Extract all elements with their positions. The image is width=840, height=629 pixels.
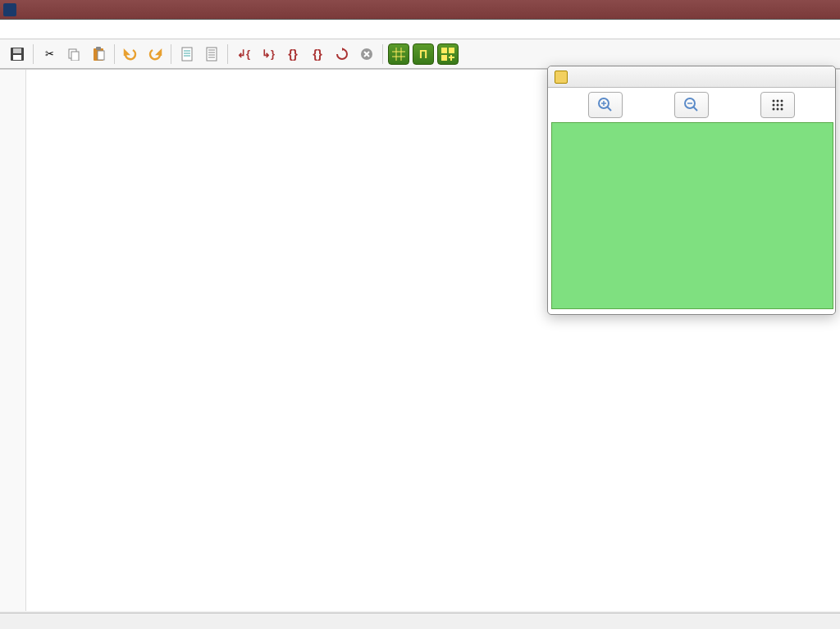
- svg-rect-1: [13, 48, 21, 53]
- zoom-in-icon: [597, 97, 614, 113]
- svg-rect-7: [98, 51, 104, 60]
- drawer-titlebar[interactable]: [548, 66, 835, 88]
- floppy-icon: [10, 47, 25, 62]
- svg-point-18: [776, 100, 778, 103]
- zoom-out-icon: [683, 97, 700, 113]
- undo-icon: [123, 48, 138, 61]
- stop-icon: [360, 48, 373, 61]
- statusbar: [0, 613, 840, 629]
- redo-icon: [148, 48, 162, 61]
- separator: [227, 44, 228, 64]
- cut-button[interactable]: ✂: [38, 43, 61, 66]
- document-icon: [181, 47, 193, 62]
- separator: [171, 44, 171, 64]
- braces1-button[interactable]: {}: [281, 43, 304, 66]
- menu-tools[interactable]: [69, 27, 85, 32]
- stop-button[interactable]: [355, 43, 378, 66]
- copy-icon: [67, 48, 80, 61]
- clipboard-icon: [92, 47, 105, 62]
- svg-point-22: [780, 104, 783, 107]
- menu-insert[interactable]: [36, 27, 52, 32]
- separator: [33, 44, 34, 64]
- menu-program[interactable]: [3, 27, 20, 32]
- separator: [114, 44, 115, 64]
- pi-button[interactable]: П: [413, 43, 434, 65]
- svg-point-19: [780, 100, 783, 103]
- svg-rect-14: [441, 55, 447, 61]
- menu-info[interactable]: [118, 27, 135, 32]
- svg-point-21: [776, 104, 778, 107]
- svg-point-24: [776, 108, 778, 111]
- step-in-button[interactable]: ↲{: [232, 43, 255, 66]
- plus-grid-button[interactable]: [437, 43, 459, 65]
- copy-button[interactable]: [62, 43, 85, 66]
- svg-rect-4: [71, 52, 79, 61]
- zoom-in-button[interactable]: [588, 92, 623, 118]
- save-button[interactable]: [6, 43, 29, 66]
- grid-icon: [392, 48, 405, 61]
- drawer-app-icon: [555, 71, 568, 84]
- menu-edit[interactable]: [20, 27, 36, 32]
- menu-robot[interactable]: [85, 27, 102, 32]
- drawer-canvas[interactable]: [551, 122, 833, 309]
- canvas-container: [548, 122, 835, 314]
- drawer-toolbar: [548, 88, 835, 122]
- refresh-button[interactable]: [331, 43, 354, 66]
- step-out-button[interactable]: ↳}: [257, 43, 280, 66]
- app-icon: [3, 3, 16, 16]
- svg-point-23: [772, 108, 774, 111]
- redo-button[interactable]: [144, 43, 167, 66]
- doc2-button[interactable]: [200, 43, 223, 66]
- step-out-icon: ↳}: [262, 48, 275, 60]
- paste-button[interactable]: [87, 43, 110, 66]
- pi-icon: П: [419, 48, 427, 61]
- braces2-button[interactable]: {}: [306, 43, 329, 66]
- braces-play-icon: {}: [313, 47, 322, 61]
- doc1-button[interactable]: [176, 43, 199, 66]
- scissors-icon: ✂: [45, 48, 54, 60]
- menu-run[interactable]: [52, 27, 69, 32]
- grid-options-button[interactable]: [760, 92, 795, 118]
- line-gutter: [0, 70, 26, 611]
- svg-rect-9: [207, 48, 217, 61]
- grid-view-button[interactable]: [388, 43, 409, 65]
- svg-rect-11: [392, 48, 405, 61]
- drawer-window[interactable]: [547, 66, 836, 315]
- separator: [382, 44, 383, 64]
- titlebar: [0, 0, 840, 20]
- add-grid-icon: [441, 48, 454, 61]
- svg-rect-6: [96, 47, 101, 50]
- svg-point-25: [780, 108, 783, 111]
- undo-button[interactable]: [119, 43, 142, 66]
- menu-drawer[interactable]: [102, 27, 118, 32]
- document-list-icon: [206, 47, 217, 62]
- toolbar: ✂ ↲{ ↳} {} {} П: [0, 39, 840, 69]
- refresh-icon: [336, 48, 349, 61]
- step-in-icon: ↲{: [237, 48, 250, 60]
- svg-rect-13: [449, 48, 454, 53]
- svg-rect-12: [441, 48, 447, 53]
- svg-point-20: [772, 104, 774, 107]
- menu-worlds[interactable]: [135, 27, 151, 32]
- zoom-out-button[interactable]: [674, 92, 709, 118]
- dots-grid-icon: [771, 98, 784, 112]
- menubar: [0, 20, 840, 39]
- braces-icon: {}: [288, 47, 298, 61]
- svg-rect-2: [13, 55, 21, 60]
- svg-rect-8: [182, 48, 192, 61]
- svg-point-17: [772, 100, 774, 103]
